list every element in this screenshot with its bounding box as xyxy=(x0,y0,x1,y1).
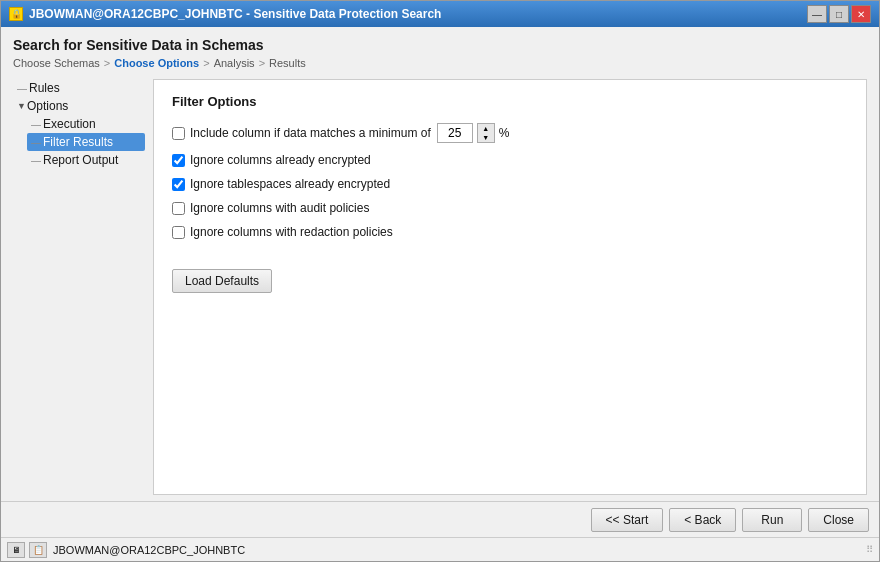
ignore-encrypted-columns-row: Ignore columns already encrypted xyxy=(172,153,848,167)
run-button[interactable]: Run xyxy=(742,508,802,532)
ignore-encrypted-tablespaces-row: Ignore tablespaces already encrypted xyxy=(172,177,848,191)
ignore-encrypted-tablespaces-wrapper[interactable]: Ignore tablespaces already encrypted xyxy=(172,177,390,191)
breadcrumb-choose-schemas: Choose Schemas xyxy=(13,57,100,69)
close-window-button[interactable]: ✕ xyxy=(851,5,871,23)
sidebar-label-rules[interactable]: — Rules xyxy=(13,79,145,97)
filter-options-panel: Filter Options Include column if data ma… xyxy=(153,79,867,495)
statusbar-grip: ⠿ xyxy=(866,544,873,555)
titlebar-controls: — □ ✕ xyxy=(807,5,871,23)
report-output-label: Report Output xyxy=(43,153,118,167)
include-column-checkbox-wrapper[interactable]: Include column if data matches a minimum… xyxy=(172,126,431,140)
spinner-buttons: ▲ ▼ xyxy=(477,123,495,143)
sidebar-item-options: ▼ Options — Execution xyxy=(13,97,145,169)
ignore-audit-policies-checkbox[interactable] xyxy=(172,202,185,215)
statusbar-icons: 🖥 📋 xyxy=(7,542,47,558)
statusbar-icon-1: 🖥 xyxy=(7,542,25,558)
ignore-redaction-policies-label: Ignore columns with redaction policies xyxy=(190,225,393,239)
ignore-encrypted-columns-label: Ignore columns already encrypted xyxy=(190,153,371,167)
options-label: Options xyxy=(27,99,68,113)
sidebar-item-execution[interactable]: — Execution xyxy=(27,115,145,133)
include-column-label: Include column if data matches a minimum… xyxy=(190,126,431,140)
filter-connector: — xyxy=(31,137,41,148)
load-defaults-button[interactable]: Load Defaults xyxy=(172,269,272,293)
app-icon: 🔒 xyxy=(9,7,23,21)
ignore-redaction-policies-checkbox[interactable] xyxy=(172,226,185,239)
report-connector: — xyxy=(31,155,41,166)
ignore-encrypted-columns-checkbox[interactable] xyxy=(172,154,185,167)
ignore-encrypted-tablespaces-checkbox[interactable] xyxy=(172,178,185,191)
percent-label: % xyxy=(499,126,510,140)
options-children: — Execution — Filter Results xyxy=(13,115,145,169)
minimize-button[interactable]: — xyxy=(807,5,827,23)
execution-label: Execution xyxy=(43,117,96,131)
sidebar-tree: — Rules ▼ Options — xyxy=(13,79,145,169)
rules-label: Rules xyxy=(29,81,60,95)
statusbar: 🖥 📋 JBOWMAN@ORA12CBPC_JOHNBTC ⠿ xyxy=(1,537,879,561)
sidebar-item-report-output[interactable]: — Report Output xyxy=(27,151,145,169)
back-button[interactable]: < Back xyxy=(669,508,736,532)
ignore-encrypted-columns-wrapper[interactable]: Ignore columns already encrypted xyxy=(172,153,371,167)
filter-results-label: Filter Results xyxy=(43,135,113,149)
main-area: — Rules ▼ Options — xyxy=(13,79,867,495)
filter-options-title: Filter Options xyxy=(172,94,848,109)
exec-connector: — xyxy=(31,119,41,130)
breadcrumb: Choose Schemas > Choose Options > Analys… xyxy=(13,57,867,69)
breadcrumb-choose-options: Choose Options xyxy=(114,57,199,69)
content-area: Search for Sensitive Data in Schemas Cho… xyxy=(1,27,879,501)
sidebar: — Rules ▼ Options — xyxy=(13,79,153,495)
options-arrow-icon: ▼ xyxy=(17,101,27,111)
rules-connector: — xyxy=(17,83,27,94)
statusbar-text: JBOWMAN@ORA12CBPC_JOHNBTC xyxy=(53,544,245,556)
ignore-redaction-policies-row: Ignore columns with redaction policies xyxy=(172,225,848,239)
titlebar-title: 🔒 JBOWMAN@ORA12CBPC_JOHNBTC - Sensitive … xyxy=(9,7,441,21)
breadcrumb-results: Results xyxy=(269,57,306,69)
start-button[interactable]: << Start xyxy=(591,508,664,532)
spinner-input[interactable] xyxy=(437,123,473,143)
breadcrumb-analysis: Analysis xyxy=(214,57,255,69)
ignore-encrypted-tablespaces-label: Ignore tablespaces already encrypted xyxy=(190,177,390,191)
window-title: JBOWMAN@ORA12CBPC_JOHNBTC - Sensitive Da… xyxy=(29,7,441,21)
spinner-wrapper: ▲ ▼ % xyxy=(437,123,510,143)
maximize-button[interactable]: □ xyxy=(829,5,849,23)
page-title: Search for Sensitive Data in Schemas xyxy=(13,37,867,53)
titlebar: 🔒 JBOWMAN@ORA12CBPC_JOHNBTC - Sensitive … xyxy=(1,1,879,27)
include-column-row: Include column if data matches a minimum… xyxy=(172,123,848,143)
sidebar-label-options[interactable]: ▼ Options xyxy=(13,97,145,115)
bottom-bar: << Start < Back Run Close xyxy=(1,501,879,537)
include-column-checkbox[interactable] xyxy=(172,127,185,140)
sidebar-item-rules: — Rules xyxy=(13,79,145,97)
ignore-audit-policies-label: Ignore columns with audit policies xyxy=(190,201,369,215)
ignore-audit-policies-wrapper[interactable]: Ignore columns with audit policies xyxy=(172,201,369,215)
statusbar-icon-2: 📋 xyxy=(29,542,47,558)
spinner-down-button[interactable]: ▼ xyxy=(478,133,494,142)
ignore-redaction-policies-wrapper[interactable]: Ignore columns with redaction policies xyxy=(172,225,393,239)
ignore-audit-policies-row: Ignore columns with audit policies xyxy=(172,201,848,215)
main-window: 🔒 JBOWMAN@ORA12CBPC_JOHNBTC - Sensitive … xyxy=(0,0,880,562)
close-button[interactable]: Close xyxy=(808,508,869,532)
spinner-up-button[interactable]: ▲ xyxy=(478,124,494,133)
sidebar-item-filter-results[interactable]: — Filter Results xyxy=(27,133,145,151)
